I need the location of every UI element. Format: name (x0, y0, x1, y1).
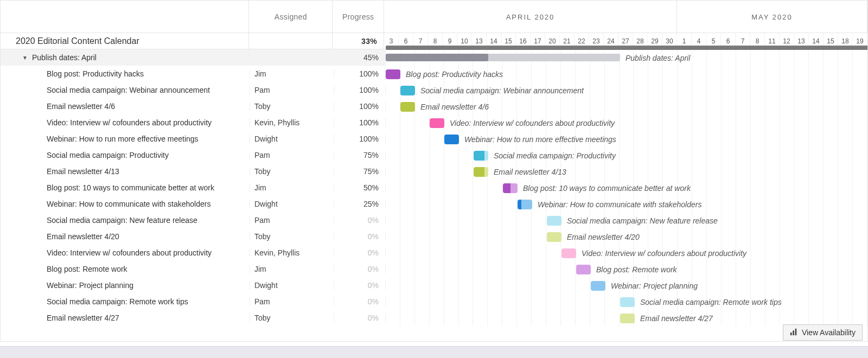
day-header[interactable]: 12 (780, 33, 794, 49)
task-name[interactable]: Webinar: How to communicate with stakeho… (1, 200, 250, 208)
task-assigned[interactable]: Kevin, Phyllis (250, 118, 334, 127)
task-name[interactable]: Email newsletter 4/27 (1, 314, 250, 322)
table-row[interactable]: Blog post: Remote workJim0% (1, 261, 386, 277)
day-header[interactable]: 15 (824, 33, 838, 49)
task-name[interactable]: Email newsletter 4/6 (1, 102, 250, 111)
table-row[interactable]: Webinar: How to communicate with stakeho… (1, 196, 386, 212)
task-name[interactable]: Email newsletter 4/20 (1, 232, 250, 241)
day-header[interactable]: 21 (560, 33, 575, 49)
task-bar[interactable] (444, 135, 459, 144)
task-bar[interactable] (591, 281, 605, 291)
day-header[interactable]: 13 (794, 33, 809, 49)
task-name[interactable]: Social media campaign: Remote work tips (1, 297, 250, 306)
day-header[interactable]: 3 (384, 33, 399, 49)
task-assigned[interactable]: Jim (250, 265, 334, 273)
day-header[interactable]: 16 (516, 33, 531, 49)
task-name[interactable]: Webinar: Project planning (1, 281, 250, 290)
task-assigned[interactable]: Kevin, Phyllis (250, 248, 334, 257)
table-row[interactable]: Email newsletter 4/27Toby0% (1, 310, 386, 326)
day-header[interactable]: 27 (618, 33, 633, 49)
task-assigned[interactable]: Dwight (250, 281, 334, 290)
day-header[interactable]: 30 (662, 33, 677, 49)
table-row[interactable]: Webinar: Project planningDwight0% (1, 277, 386, 293)
day-header[interactable]: 7 (413, 33, 428, 49)
day-header[interactable]: 13 (472, 33, 487, 49)
task-assigned[interactable]: Toby (250, 167, 334, 176)
day-header[interactable]: 24 (604, 33, 618, 49)
day-header[interactable]: 8 (750, 33, 765, 49)
day-header[interactable]: 8 (428, 33, 443, 49)
task-assigned[interactable]: Toby (250, 314, 334, 322)
table-row[interactable]: Blog post: Productivity hacksJim100% (1, 66, 386, 82)
task-name[interactable]: Blog post: 10 ways to communicate better… (1, 183, 250, 192)
view-availability-button[interactable]: View Availability (783, 324, 863, 341)
day-header[interactable]: 6 (721, 33, 736, 49)
day-header[interactable]: 14 (809, 33, 824, 49)
task-name[interactable]: Social media campaign: Webinar announcem… (1, 86, 250, 94)
task-name[interactable]: Blog post: Productivity hacks (1, 69, 250, 78)
task-bar[interactable] (474, 151, 488, 161)
task-name[interactable]: Blog post: Remote work (1, 265, 250, 273)
task-assigned[interactable]: Dwight (250, 135, 334, 143)
header-assigned[interactable]: Assigned (249, 1, 333, 33)
table-row[interactable]: ▼Publish dates: April45% (1, 49, 386, 66)
day-header[interactable]: 29 (648, 33, 662, 49)
task-assigned[interactable]: Jim (250, 183, 334, 192)
task-bar[interactable] (547, 232, 561, 242)
task-assigned[interactable]: Jim (250, 69, 334, 78)
day-header[interactable]: 6 (399, 33, 413, 49)
day-header[interactable]: 4 (692, 33, 706, 49)
table-row[interactable]: Video: Interview w/ cofounders about pro… (1, 245, 386, 261)
table-row[interactable]: Email newsletter 4/20Toby0% (1, 228, 386, 245)
table-row[interactable]: Email newsletter 4/13Toby75% (1, 163, 386, 180)
task-bar[interactable] (430, 118, 444, 128)
table-row[interactable]: Video: Interview w/ cofounders about pro… (1, 114, 386, 131)
day-header[interactable]: 9 (443, 33, 457, 49)
task-name[interactable]: Email newsletter 4/13 (1, 167, 250, 176)
task-name[interactable]: Social media campaign: Productivity (1, 151, 250, 159)
table-row[interactable]: Webinar: How to run more effective meeti… (1, 131, 386, 147)
task-assigned[interactable]: Dwight (250, 200, 334, 208)
table-row[interactable]: Blog post: 10 ways to communicate better… (1, 180, 386, 196)
task-bar[interactable] (576, 265, 591, 274)
task-bar[interactable] (518, 200, 532, 209)
day-header[interactable]: 18 (838, 33, 853, 49)
caret-down-icon[interactable]: ▼ (22, 55, 28, 61)
header-progress[interactable]: Progress (333, 1, 384, 33)
day-header[interactable]: 22 (575, 33, 589, 49)
task-bar[interactable] (547, 216, 561, 226)
task-assigned[interactable]: Pam (250, 86, 334, 94)
day-header[interactable]: 1 (677, 33, 692, 49)
task-bar[interactable] (386, 69, 400, 79)
task-assigned[interactable]: Pam (250, 297, 334, 306)
table-row[interactable]: Email newsletter 4/6Toby100% (1, 98, 386, 114)
task-bar[interactable] (400, 102, 415, 112)
task-name[interactable]: Webinar: How to run more effective meeti… (1, 135, 250, 143)
day-header[interactable]: 5 (706, 33, 721, 49)
project-title[interactable]: 2020 Editorial Content Calendar (1, 33, 249, 49)
day-header[interactable]: 20 (545, 33, 560, 49)
day-header[interactable]: 19 (853, 33, 867, 49)
task-assigned[interactable]: Toby (250, 232, 334, 241)
day-header[interactable]: 10 (457, 33, 472, 49)
day-header[interactable]: 17 (531, 33, 545, 49)
table-row[interactable]: Social media campaign: New feature relea… (1, 212, 386, 228)
task-bar[interactable] (474, 167, 488, 177)
table-row[interactable]: Social media campaign: ProductivityPam75… (1, 147, 386, 163)
day-header[interactable]: 7 (736, 33, 750, 49)
task-name[interactable]: Video: Interview w/ cofounders about pro… (1, 118, 250, 127)
task-bar[interactable] (503, 183, 518, 193)
task-assigned[interactable]: Pam (250, 216, 334, 225)
task-bar[interactable] (620, 314, 635, 323)
task-name[interactable]: Social media campaign: New feature relea… (1, 216, 250, 225)
task-bar[interactable] (561, 248, 576, 258)
task-name[interactable]: Video: Interview w/ cofounders about pro… (1, 248, 250, 257)
day-header[interactable]: 28 (633, 33, 648, 49)
task-bar[interactable] (400, 86, 415, 95)
task-assigned[interactable]: Toby (250, 102, 334, 111)
day-header[interactable]: 23 (589, 33, 604, 49)
task-bar[interactable] (620, 297, 635, 307)
table-row[interactable]: Social media campaign: Webinar announcem… (1, 82, 386, 98)
task-name[interactable]: ▼Publish dates: April (1, 53, 250, 62)
day-header[interactable]: 14 (487, 33, 501, 49)
